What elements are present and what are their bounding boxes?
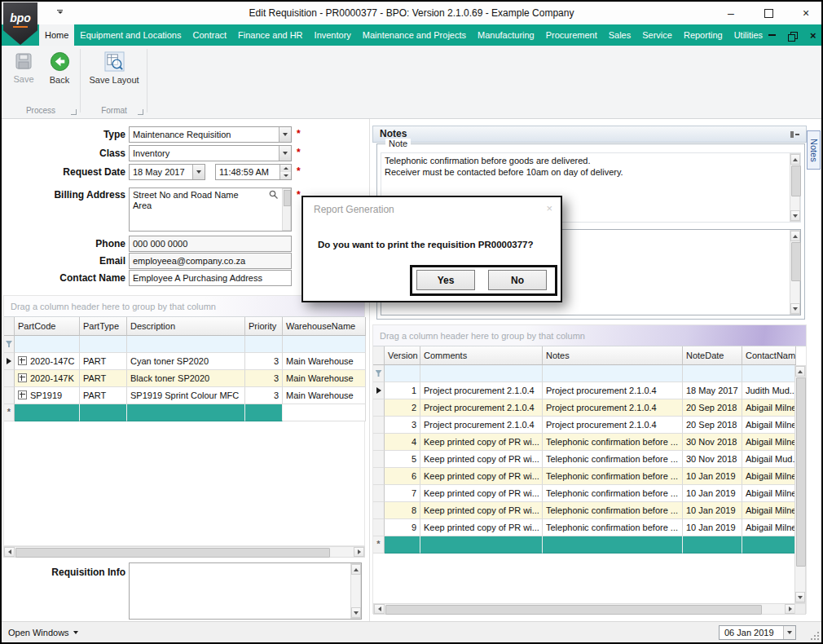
note-text-scrollbar[interactable]: [790, 153, 800, 222]
cell-version[interactable]: 6: [385, 468, 420, 485]
cell-priority[interactable]: 3: [245, 353, 283, 370]
filter-cell-parttype[interactable]: [80, 336, 127, 353]
dialog-close-icon[interactable]: ×: [546, 202, 552, 214]
cell-warehousename[interactable]: Main Warehouse: [283, 353, 366, 370]
cell-notes[interactable]: Telephonic confirmation before ...: [543, 434, 683, 451]
open-windows-button[interactable]: Open Windows: [8, 622, 78, 642]
notes-side-tab[interactable]: Notes: [807, 130, 821, 170]
scroll-up-icon[interactable]: [351, 564, 361, 575]
scroll-up-icon[interactable]: [795, 366, 805, 377]
time-spinner[interactable]: [279, 165, 291, 179]
scroll-down-icon[interactable]: [795, 592, 805, 602]
ribbon-tab-utilities[interactable]: Utilities: [728, 24, 768, 46]
ribbon-tab-equipment-and-locations[interactable]: Equipment and Locations: [74, 24, 187, 46]
yes-button[interactable]: Yes: [416, 270, 475, 290]
filter-cell-warehousename[interactable]: [283, 336, 366, 353]
table-row[interactable]: 3Project procurement 2.1.0.4Project proc…: [373, 417, 806, 434]
resize-grip[interactable]: [809, 630, 819, 640]
cell-contactname[interactable]: Abigail Milne: [742, 399, 796, 417]
cell-notedate[interactable]: 18 May 2017: [683, 382, 742, 399]
cell-comments[interactable]: Project procurement 2.1.0.4: [420, 417, 543, 434]
search-icon[interactable]: [269, 190, 279, 200]
filter-cell-description[interactable]: [127, 336, 245, 353]
class-select[interactable]: Inventory: [129, 145, 292, 161]
cell-version[interactable]: 4: [385, 434, 420, 451]
table-row[interactable]: 2020-147CPARTCyan toner SP20203Main Ware…: [4, 353, 364, 370]
cell-version[interactable]: 1: [385, 382, 420, 399]
save-button[interactable]: Save: [7, 49, 41, 99]
new-row-cell-contactname[interactable]: [742, 536, 796, 554]
cell-version[interactable]: 3: [385, 417, 420, 434]
table-row[interactable]: 9Keep printed copy of PR wi...Telephonic…: [373, 519, 806, 536]
cell-version[interactable]: 2: [385, 399, 420, 417]
cell-contactname[interactable]: Abigail Mud...: [742, 451, 796, 468]
column-header-notes[interactable]: Notes: [543, 346, 683, 365]
note-entry-scrollbar[interactable]: [790, 230, 800, 315]
pin-icon[interactable]: [790, 130, 799, 139]
filter-row[interactable]: [373, 365, 806, 382]
cell-contactname[interactable]: Abigail Milne: [742, 485, 796, 502]
filter-cell-partcode[interactable]: [15, 336, 80, 353]
expand-icon[interactable]: [18, 373, 27, 382]
cell-contactname[interactable]: Abigail Milne: [742, 434, 796, 451]
row-indicator[interactable]: [373, 399, 385, 417]
scroll-down-icon[interactable]: [790, 210, 800, 221]
new-row-cell-warehousename[interactable]: [283, 404, 366, 421]
expand-icon[interactable]: [18, 390, 27, 399]
cell-notedate[interactable]: 30 Nov 2018: [683, 434, 742, 451]
row-indicator[interactable]: [4, 353, 15, 370]
cell-version[interactable]: 9: [385, 519, 420, 536]
row-indicator[interactable]: [373, 502, 385, 519]
cell-notes[interactable]: Telephonic confirmation before ...: [543, 468, 683, 485]
filter-cell-notes[interactable]: [543, 365, 683, 382]
table-row[interactable]: 2020-147KPARTBlack toner SP20203Main War…: [4, 370, 364, 387]
expand-icon[interactable]: [18, 356, 27, 365]
cell-notedate[interactable]: 20 Sep 2018: [683, 399, 742, 417]
cell-notes[interactable]: Project procurement 2.1.0.4: [543, 382, 683, 399]
back-button[interactable]: Back: [42, 49, 77, 99]
cell-comments[interactable]: Keep printed copy of PR wi...: [420, 434, 543, 451]
cell-contactname[interactable]: Abigail Milne: [742, 417, 796, 434]
panel-splitter[interactable]: [369, 119, 370, 621]
email-field[interactable]: employeea@company.co.za: [129, 253, 292, 269]
quick-access-caret-icon[interactable]: [57, 10, 63, 14]
table-row[interactable]: 2Project procurement 2.1.0.4Project proc…: [373, 399, 806, 417]
column-header-parttype[interactable]: PartType: [80, 317, 127, 336]
spinner-up-icon[interactable]: [284, 167, 288, 170]
ribbon-restore-icon[interactable]: [788, 32, 798, 39]
cell-version[interactable]: 8: [385, 502, 420, 519]
scroll-up-icon[interactable]: [790, 231, 800, 241]
ribbon-tab-reporting[interactable]: Reporting: [678, 24, 728, 46]
request-date-picker[interactable]: 18 May 2017: [129, 164, 205, 180]
new-row-cell-partcode[interactable]: [15, 404, 80, 421]
parts-hscrollbar[interactable]: [3, 546, 365, 558]
process-dialog-launcher-icon[interactable]: [71, 109, 77, 115]
cell-parttype[interactable]: PART: [80, 387, 127, 404]
cell-notedate[interactable]: 10 Jan 2019: [683, 519, 742, 536]
cell-parttype[interactable]: PART: [80, 370, 127, 387]
contact-name-field[interactable]: Employee A Purchasing Address: [129, 270, 292, 286]
cell-notes[interactable]: Telephonic confirmation before ...: [543, 502, 683, 519]
ribbon-tab-inventory[interactable]: Inventory: [309, 24, 357, 46]
ribbon-tab-home[interactable]: Home: [39, 24, 74, 46]
cell-notedate[interactable]: 10 Jan 2019: [683, 485, 742, 502]
cell-warehousename[interactable]: Main Warehouse: [283, 387, 366, 404]
billing-address-scrollbar[interactable]: [282, 188, 291, 231]
cell-comments[interactable]: Keep printed copy of PR wi...: [420, 519, 543, 536]
cell-contactname[interactable]: Abigail Milne: [742, 519, 796, 536]
requisition-info-field[interactable]: [129, 562, 362, 620]
phone-field[interactable]: 000 000 0000: [129, 236, 292, 252]
filter-cell-priority[interactable]: [245, 336, 283, 353]
cell-notes[interactable]: Telephonic confirmation before ...: [543, 451, 683, 468]
new-row-cell-notes[interactable]: [543, 536, 683, 554]
ribbon-tab-manufacturing[interactable]: Manufacturing: [472, 24, 540, 46]
row-indicator[interactable]: [373, 434, 385, 451]
new-row-cell-version[interactable]: [385, 536, 420, 554]
cell-notedate[interactable]: 10 Jan 2019: [683, 468, 742, 485]
cell-description[interactable]: Cyan toner SP2020: [127, 353, 245, 370]
filter-indicator-cell[interactable]: [373, 365, 385, 382]
filter-cell-notedate[interactable]: [683, 365, 742, 382]
new-row-cell-comments[interactable]: [420, 536, 543, 554]
cell-notes[interactable]: Project procurement 2.1.0.4: [543, 417, 683, 434]
ribbon-tab-finance-and-hr[interactable]: Finance and HR: [232, 24, 309, 46]
